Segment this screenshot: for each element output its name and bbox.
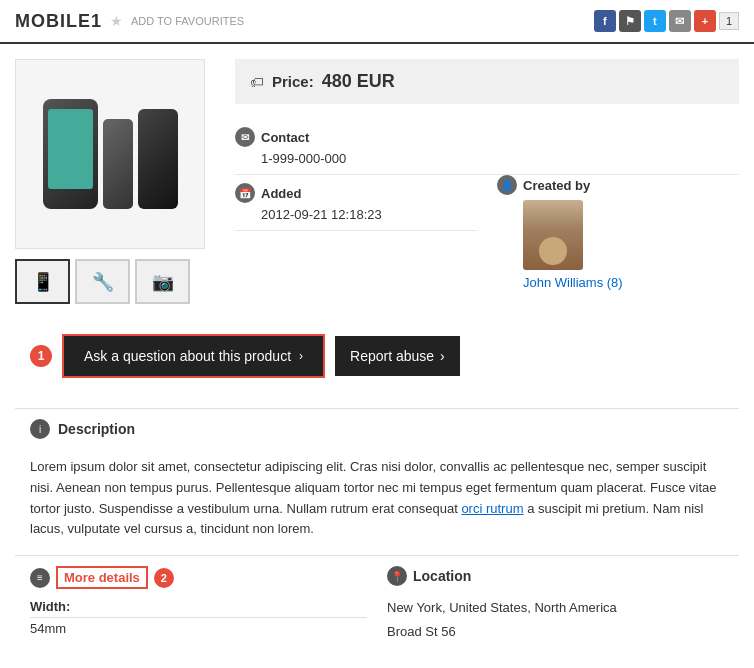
- product-section: 📱 🔧 📷 🏷 Price: 480 EUR ✉ Contact: [15, 59, 739, 304]
- created-by-column: 👤 Created by John Williams (8): [497, 175, 739, 290]
- avatar-illustration: [523, 200, 583, 270]
- social-icons-group: f ⚑ t ✉ + 1: [594, 10, 739, 32]
- twitter-share-button[interactable]: t: [644, 10, 666, 32]
- location-line1: New York, United States, North America: [387, 596, 724, 619]
- phone-back-view: [138, 109, 178, 209]
- action-bar: 1 Ask a question about this product › Re…: [15, 324, 739, 388]
- location-values: New York, United States, North America B…: [387, 596, 724, 643]
- added-column: 📅 Added 2012-09-21 12:18:23: [235, 175, 477, 290]
- added-label: Added: [261, 186, 301, 201]
- share-count: 1: [719, 12, 739, 30]
- thumb3-icon: 📷: [152, 271, 174, 293]
- created-by-label: Created by: [523, 178, 590, 193]
- added-label-group: 📅 Added: [235, 183, 477, 203]
- added-created-row: 📅 Added 2012-09-21 12:18:23 👤 Created by: [235, 175, 739, 290]
- phone-front-view: [43, 99, 98, 209]
- more-details-section: ≡ More details 2 Width: 54mm: [30, 566, 367, 644]
- description-header: i Description: [15, 408, 739, 449]
- action-badge: 1: [30, 345, 52, 367]
- thumb1-icon: 📱: [32, 271, 54, 293]
- location-icon: 📍: [387, 566, 407, 586]
- location-header: 📍 Location: [387, 566, 724, 586]
- contact-label-group: ✉ Contact: [235, 127, 739, 147]
- width-label: Width:: [30, 599, 367, 618]
- share-button[interactable]: ⚑: [619, 10, 641, 32]
- thumbnail-gallery: 📱 🔧 📷: [15, 259, 215, 304]
- info-icon: i: [30, 419, 50, 439]
- star-icon[interactable]: ★: [110, 13, 123, 29]
- price-value: 480 EUR: [322, 71, 395, 92]
- user-avatar: [523, 200, 583, 270]
- chevron-right-icon-2: ›: [440, 348, 445, 364]
- avatar-head: [539, 237, 567, 265]
- location-title: Location: [413, 568, 471, 584]
- contact-value: 1-999-000-000: [235, 151, 739, 166]
- contact-row: ✉ Contact 1-999-000-000: [235, 119, 739, 175]
- added-date: 2012-09-21 12:18:23: [235, 207, 477, 222]
- description-text: Lorem ipsum dolor sit amet, consectetur …: [15, 449, 739, 555]
- contact-label: Contact: [261, 130, 309, 145]
- header-left: MOBILE1 ★ ADD TO FAVOURITES: [15, 11, 244, 32]
- thumbnail-2[interactable]: 🔧: [75, 259, 130, 304]
- created-by-label-group: 👤 Created by: [497, 175, 739, 195]
- googleplus-share-button[interactable]: +: [694, 10, 716, 32]
- ask-question-button[interactable]: Ask a question about this product ›: [62, 334, 325, 378]
- contact-icon: ✉: [235, 127, 255, 147]
- price-box: 🏷 Price: 480 EUR: [235, 59, 739, 104]
- description-title: Description: [58, 421, 135, 437]
- header: MOBILE1 ★ ADD TO FAVOURITES f ⚑ t ✉ + 1: [0, 0, 754, 44]
- thumbnail-3[interactable]: 📷: [135, 259, 190, 304]
- desc-link[interactable]: orci rutrum: [461, 501, 523, 516]
- chevron-right-icon: ›: [299, 349, 303, 363]
- price-tag-icon: 🏷: [250, 74, 264, 90]
- more-details-badge: 2: [154, 568, 174, 588]
- phone-illustration: [43, 99, 178, 209]
- calendar-icon: 📅: [235, 183, 255, 203]
- report-abuse-label: Report abuse: [350, 348, 434, 364]
- details-column: 🏷 Price: 480 EUR ✉ Contact 1-999-000-000…: [235, 59, 739, 304]
- thumb2-icon: 🔧: [92, 271, 114, 293]
- report-abuse-button[interactable]: Report abuse ›: [335, 336, 460, 376]
- main-product-image: [15, 59, 205, 249]
- more-details-header: ≡ More details 2: [30, 566, 367, 589]
- phone-side-view: [103, 119, 133, 209]
- location-section: 📍 Location New York, United States, Nort…: [387, 566, 724, 644]
- more-details-link[interactable]: More details: [56, 566, 148, 589]
- width-value: 54mm: [30, 621, 367, 636]
- location-line2: Broad St 56: [387, 620, 724, 643]
- added-row: 📅 Added 2012-09-21 12:18:23: [235, 175, 477, 231]
- images-column: 📱 🔧 📷: [15, 59, 215, 304]
- width-detail: Width: 54mm: [30, 599, 367, 636]
- user-icon: 👤: [497, 175, 517, 195]
- thumbnail-1[interactable]: 📱: [15, 259, 70, 304]
- add-to-favourites-label[interactable]: ADD TO FAVOURITES: [131, 15, 244, 27]
- facebook-share-button[interactable]: f: [594, 10, 616, 32]
- ask-question-label: Ask a question about this product: [84, 348, 291, 364]
- product-title: MOBILE1: [15, 11, 102, 32]
- list-icon: ≡: [30, 568, 50, 588]
- bottom-section: ≡ More details 2 Width: 54mm 📍 Location …: [15, 555, 739, 654]
- user-profile-link[interactable]: John Williams (8): [497, 275, 739, 290]
- email-share-button[interactable]: ✉: [669, 10, 691, 32]
- main-content: 📱 🔧 📷 🏷 Price: 480 EUR ✉ Contact: [0, 44, 754, 668]
- price-label: Price:: [272, 73, 314, 90]
